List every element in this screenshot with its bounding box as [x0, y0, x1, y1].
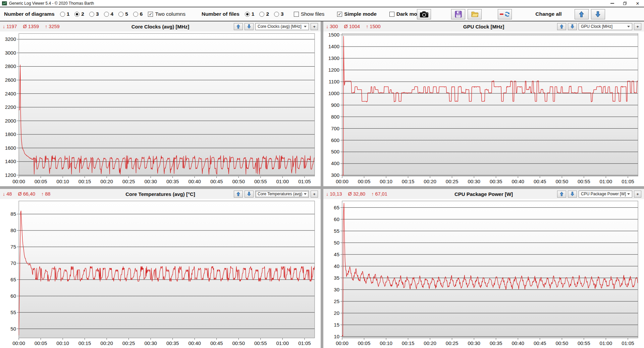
move-up-button[interactable] [234, 23, 243, 30]
reset-zoom-button[interactable] [498, 9, 512, 19]
files-label: Number of files [202, 11, 239, 17]
restore-button[interactable] [619, 0, 631, 7]
app-window: Generic Log Viewer 5.4 - © 2020 Thomas B… [0, 0, 644, 348]
radio-label: 2 [81, 11, 84, 17]
toolbar: Number of diagrams 123456 ✓ Two columns … [0, 7, 644, 21]
stat-max: ↑ 3259 [45, 24, 60, 29]
radio-diagrams-4[interactable]: 4 [104, 11, 114, 17]
radio-label: 1 [252, 11, 255, 17]
radio-label: 6 [140, 11, 143, 17]
arrow-up-icon [236, 192, 240, 196]
open-folder-button[interactable] [468, 9, 482, 19]
metric-dropdown-value: Core Clocks (avg) [MHz] [258, 24, 302, 29]
svg-text:1100: 1100 [329, 79, 339, 84]
two-columns-checkbox-box[interactable]: ✓ [148, 12, 153, 17]
metric-dropdown[interactable]: CPU Package Power [W] [579, 191, 632, 198]
metric-dropdown[interactable]: Core Temperatures (avg) [255, 191, 309, 198]
dark-mode-checkbox-box[interactable] [389, 12, 394, 17]
chevron-down-icon [304, 193, 307, 195]
radio-label: 3 [96, 11, 99, 17]
radio-diagrams-5[interactable]: 5 [118, 11, 128, 17]
chevron-down-icon [304, 26, 307, 27]
svg-text:3000: 3000 [5, 50, 16, 56]
arrow-down-icon [247, 24, 251, 29]
metric-dropdown[interactable]: Core Clocks (avg) [MHz] [255, 23, 309, 30]
metric-dropdown-value: CPU Package Power [W] [581, 192, 626, 196]
svg-text:1800: 1800 [5, 131, 16, 137]
close-button[interactable]: ✕ [631, 0, 644, 7]
close-icon: ✕ [636, 1, 640, 6]
stat-min: ↓ 10,13 [326, 191, 342, 197]
radio-icon[interactable] [274, 12, 279, 17]
svg-text:00:50: 00:50 [556, 179, 569, 184]
radio-diagrams-6[interactable]: 6 [133, 11, 143, 17]
radio-files-1[interactable]: 1 [245, 11, 255, 17]
save-button[interactable] [451, 9, 465, 19]
move-down-button[interactable] [568, 23, 577, 30]
svg-text:00:05: 00:05 [358, 179, 371, 184]
restore-icon [623, 1, 627, 5]
radio-icon[interactable] [104, 12, 109, 17]
radio-label: 5 [125, 11, 128, 17]
move-up-button[interactable] [557, 191, 566, 198]
chart-plot[interactable]: 10152025303540455055606500:0000:0500:100… [323, 199, 644, 348]
chart-plot[interactable]: 3004005006007008009001000110012001300140… [323, 31, 644, 186]
radio-icon[interactable] [60, 12, 65, 17]
chart-controls: Core Clocks (avg) [MHz] + [234, 23, 318, 30]
radio-diagrams-1[interactable]: 1 [60, 11, 70, 17]
svg-text:00:20: 00:20 [100, 340, 113, 346]
screenshot-button[interactable] [417, 9, 431, 19]
svg-text:00:25: 00:25 [122, 179, 135, 184]
radio-icon[interactable] [259, 12, 264, 17]
change-all-up-button[interactable] [575, 9, 589, 19]
radio-diagrams-2[interactable]: 2 [74, 11, 84, 17]
move-up-button[interactable] [557, 23, 566, 30]
add-metric-button[interactable]: + [311, 191, 318, 198]
svg-text:00:20: 00:20 [424, 340, 436, 346]
move-down-button[interactable] [568, 191, 577, 198]
simple-mode-checkbox[interactable]: ✓ Simple mode [337, 11, 376, 17]
show-files-checkbox[interactable]: Show files [294, 11, 325, 17]
change-all-label: Change all [535, 11, 561, 17]
svg-text:1200: 1200 [5, 172, 16, 178]
dark-mode-checkbox[interactable]: Dark mod [389, 11, 421, 17]
chart-stats: ↓ 1197 Ø 1359 ↑ 3259 [3, 24, 60, 29]
add-metric-button[interactable]: + [634, 23, 641, 30]
stat-max: ↑ 67,01 [371, 191, 387, 197]
minimize-icon [610, 3, 614, 4]
svg-text:00:25: 00:25 [446, 340, 459, 346]
svg-text:50: 50 [334, 240, 339, 246]
svg-text:00:15: 00:15 [402, 179, 415, 184]
move-up-button[interactable] [234, 191, 243, 198]
add-metric-button[interactable]: + [634, 191, 641, 198]
radio-icon[interactable] [245, 12, 250, 17]
arrow-up-icon [236, 24, 240, 29]
move-down-button[interactable] [245, 191, 254, 198]
svg-text:55: 55 [334, 228, 339, 234]
show-files-checkbox-box[interactable] [294, 12, 299, 17]
change-all-down-button[interactable] [591, 9, 605, 19]
radio-icon[interactable] [133, 12, 138, 17]
svg-text:2400: 2400 [5, 91, 16, 96]
radio-icon[interactable] [89, 12, 94, 17]
simple-mode-checkbox-box[interactable]: ✓ [337, 12, 342, 17]
svg-text:55: 55 [10, 309, 16, 315]
radio-files-3[interactable]: 3 [274, 11, 284, 17]
add-metric-button[interactable]: + [311, 23, 318, 30]
radio-icon[interactable] [74, 12, 79, 17]
radio-files-2[interactable]: 2 [259, 11, 269, 17]
radio-icon[interactable] [118, 12, 123, 17]
metric-dropdown[interactable]: GPU Clock [MHz] [579, 23, 632, 30]
chart-plot[interactable]: 1200140016001800200022002400260028003000… [0, 31, 321, 186]
chart-plot[interactable]: 505560657075808500:0000:0500:1000:1500:2… [0, 199, 321, 348]
svg-text:2200: 2200 [5, 104, 16, 110]
two-columns-checkbox[interactable]: ✓ Two columns [148, 11, 185, 17]
svg-text:00:50: 00:50 [556, 340, 569, 346]
minimize-button[interactable] [606, 0, 619, 7]
radio-diagrams-3[interactable]: 3 [89, 11, 99, 17]
svg-text:80: 80 [10, 227, 16, 233]
window-controls: ✕ [606, 0, 644, 7]
svg-text:00:00: 00:00 [12, 179, 25, 184]
move-down-button[interactable] [245, 23, 254, 30]
svg-text:1400: 1400 [328, 44, 339, 49]
